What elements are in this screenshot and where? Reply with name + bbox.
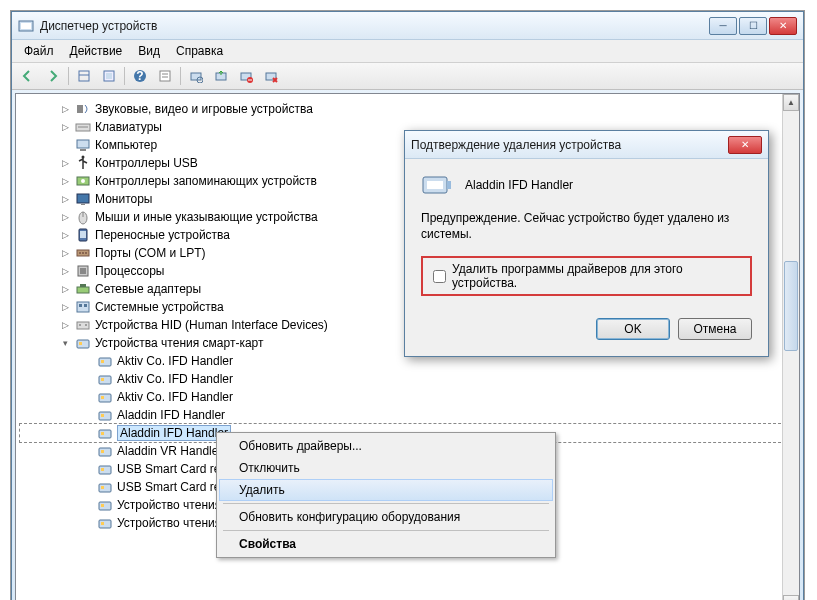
menu-help[interactable]: Справка — [168, 42, 231, 60]
expander-icon[interactable]: ▷ — [60, 320, 71, 331]
sound-icon — [75, 101, 91, 117]
svg-rect-21 — [77, 140, 89, 148]
forward-button[interactable] — [41, 65, 65, 87]
tree-item-label: Мыши и иные указывающие устройства — [95, 210, 318, 224]
expander-icon[interactable]: ▷ — [60, 104, 71, 115]
scan-hardware-button[interactable] — [184, 65, 208, 87]
dialog-close-button[interactable]: ✕ — [728, 136, 762, 154]
confirm-uninstall-dialog: Подтверждение удаления устройства ✕ Alad… — [404, 130, 769, 357]
expander-icon[interactable]: ▷ — [60, 266, 71, 277]
ctx-disable[interactable]: Отключить — [219, 457, 553, 479]
tree-item-label: Устройства HID (Human Interface Devices) — [95, 318, 328, 332]
ctx-separator — [223, 503, 549, 504]
svg-rect-50 — [99, 376, 111, 384]
tree-row[interactable]: Aktiv Co. IFD Handler — [20, 370, 795, 388]
svg-rect-26 — [77, 194, 89, 203]
ctx-separator — [223, 530, 549, 531]
dialog-ok-button[interactable]: OK — [596, 318, 670, 340]
reader-icon — [97, 353, 113, 369]
tree-item-label: Aladdin IFD Handler — [117, 425, 231, 441]
tree-row[interactable]: ▷Звуковые, видео и игровые устройства — [20, 100, 795, 118]
help-button[interactable]: ? — [128, 65, 152, 87]
keyboard-icon — [75, 119, 91, 135]
svg-rect-27 — [81, 204, 85, 205]
expander-icon — [82, 446, 93, 457]
tree-item-label: Aktiv Co. IFD Handler — [117, 372, 233, 386]
svg-rect-22 — [80, 149, 86, 151]
expander-icon[interactable]: ▷ — [60, 284, 71, 295]
tree-item-label: Aladdin IFD Handler — [117, 408, 225, 422]
window-title: Диспетчер устройств — [40, 19, 709, 33]
svg-rect-60 — [99, 466, 111, 474]
scroll-down-button[interactable]: ▼ — [783, 595, 799, 600]
expander-icon — [82, 392, 93, 403]
close-button[interactable]: ✕ — [769, 17, 797, 35]
expander-icon[interactable]: ▷ — [60, 158, 71, 169]
reader-icon — [97, 461, 113, 477]
mouse-icon — [75, 209, 91, 225]
back-button[interactable] — [16, 65, 40, 87]
svg-rect-61 — [101, 468, 104, 471]
expander-icon[interactable]: ▷ — [60, 122, 71, 133]
reader-icon — [97, 407, 113, 423]
menu-view[interactable]: Вид — [130, 42, 168, 60]
ctx-properties[interactable]: Свойства — [219, 533, 553, 555]
tree-row[interactable]: Aktiv Co. IFD Handler — [20, 388, 795, 406]
tree-item-label: Контроллеры USB — [95, 156, 198, 170]
delete-driver-label: Удалить программы драйверов для этого ус… — [452, 262, 744, 290]
svg-rect-2 — [79, 71, 89, 81]
expander-icon[interactable]: ▷ — [60, 230, 71, 241]
device-manager-window: Диспетчер устройств ─ ☐ ✕ Файл Действие … — [11, 11, 804, 600]
expander-icon[interactable]: ▷ — [60, 248, 71, 259]
reader-icon — [97, 515, 113, 531]
ctx-update-drivers[interactable]: Обновить драйверы... — [219, 435, 553, 457]
menu-action[interactable]: Действие — [62, 42, 131, 60]
delete-driver-checkbox[interactable] — [433, 270, 446, 283]
reader-icon — [97, 389, 113, 405]
dialog-cancel-button[interactable]: Отмена — [678, 318, 752, 340]
menu-file[interactable]: Файл — [16, 42, 62, 60]
scroll-up-button[interactable]: ▲ — [783, 94, 799, 111]
svg-rect-55 — [101, 414, 104, 417]
ctx-uninstall[interactable]: Удалить — [219, 479, 553, 501]
tree-row[interactable]: Aladdin IFD Handler — [20, 406, 795, 424]
expander-icon[interactable]: ▷ — [60, 194, 71, 205]
tree-item-label: USB Smart Card rea — [117, 480, 227, 494]
context-menu: Обновить драйверы... Отключить Удалить О… — [216, 432, 556, 558]
svg-rect-70 — [447, 181, 451, 189]
svg-rect-8 — [160, 71, 170, 81]
maximize-button[interactable]: ☐ — [739, 17, 767, 35]
expander-icon[interactable]: ▷ — [60, 302, 71, 313]
svg-rect-18 — [77, 105, 83, 113]
ctx-scan-hardware[interactable]: Обновить конфигурацию оборудования — [219, 506, 553, 528]
portable-icon — [75, 227, 91, 243]
uninstall-button[interactable] — [259, 65, 283, 87]
tree-item-label: Системные устройства — [95, 300, 224, 314]
expander-icon[interactable]: ▷ — [60, 176, 71, 187]
svg-rect-62 — [99, 484, 111, 492]
view-button[interactable] — [72, 65, 96, 87]
device-tree-panel: ▷Звуковые, видео и игровые устройства▷Кл… — [15, 93, 800, 600]
reader-icon — [97, 371, 113, 387]
properties-button[interactable] — [153, 65, 177, 87]
minimize-button[interactable]: ─ — [709, 17, 737, 35]
scroll-thumb[interactable] — [784, 261, 798, 351]
vertical-scrollbar[interactable]: ▲ ▼ — [782, 94, 799, 600]
dialog-title: Подтверждение удаления устройства — [411, 138, 728, 152]
svg-rect-5 — [106, 73, 112, 79]
tree-item-label: Переносные устройства — [95, 228, 230, 242]
svg-rect-58 — [99, 448, 111, 456]
expander-icon — [82, 356, 93, 367]
svg-rect-38 — [77, 287, 89, 293]
update-driver-button[interactable] — [209, 65, 233, 87]
svg-rect-51 — [101, 378, 104, 381]
system-icon — [75, 299, 91, 315]
expander-icon[interactable]: ▾ — [60, 338, 71, 349]
svg-rect-37 — [80, 268, 86, 274]
expander-icon — [60, 140, 71, 151]
expander-icon[interactable]: ▷ — [60, 212, 71, 223]
show-hidden-button[interactable] — [97, 65, 121, 87]
expander-icon — [82, 518, 93, 529]
delete-driver-checkbox-row[interactable]: Удалить программы драйверов для этого ус… — [421, 256, 752, 296]
disable-button[interactable] — [234, 65, 258, 87]
